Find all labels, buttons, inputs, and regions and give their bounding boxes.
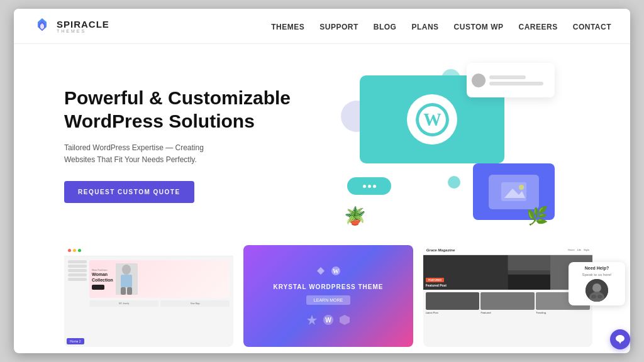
chat-dot-2	[368, 185, 371, 188]
nav-item-blog[interactable]: BLOG	[374, 21, 397, 32]
text-lines	[489, 75, 550, 85]
chat-dot-3	[373, 185, 376, 188]
hero-title: Powerful & Customizable WordPress Soluti…	[64, 86, 303, 133]
ohshop-main: New Fashion WomanCollection	[89, 260, 230, 307]
chat-icon	[615, 334, 625, 344]
chat-bubble	[347, 177, 391, 195]
svg-rect-12	[121, 287, 126, 295]
logo[interactable]: SPIRACLE THEMES	[33, 17, 109, 36]
nav-item-careers[interactable]: CAREERS	[519, 21, 558, 32]
svg-point-28	[597, 295, 602, 299]
krystal-badge-1	[306, 314, 318, 326]
svg-point-25	[592, 283, 601, 292]
nav-item-custom-wp[interactable]: CUSTOM WP	[454, 21, 504, 32]
svg-rect-11	[121, 275, 132, 287]
svg-point-8	[519, 185, 524, 190]
plant-right-icon: 🌿	[526, 206, 548, 226]
mountain-icon	[501, 182, 526, 201]
krystal-title: KRYSTAL WORDPRESS THEME	[273, 283, 383, 290]
sidebar-item-5	[68, 278, 87, 281]
ohshop-sidebar	[68, 260, 87, 307]
grace-featured: FEATURED Featured Post	[423, 255, 592, 290]
grace-col-1: Latest Post	[426, 292, 480, 314]
krystal-badge-2: W	[322, 314, 335, 326]
grace-caption-2: Featured	[480, 311, 535, 314]
themes-section: New Fashion WomanCollection	[14, 239, 630, 353]
chat-float-button[interactable]	[610, 329, 630, 349]
logo-icon	[33, 17, 52, 36]
krystal-button[interactable]: LEARN MORE	[306, 295, 350, 305]
grace-nav-1: Home	[568, 248, 575, 251]
logo-text: SPIRACLE THEMES	[57, 19, 109, 33]
theme-card-grace[interactable]: Grace Magazine Home Life Style	[423, 245, 592, 347]
wordpress-icon: W	[415, 102, 450, 137]
theme-card-ohshop-inner: New Fashion WomanCollection	[64, 245, 233, 347]
krystal-full: W KRYSTAL WORDPRESS THEME LEARN MORE W	[243, 245, 413, 347]
sidebar-item-3	[68, 269, 87, 272]
navbar: SPIRACLE THEMES THEMES SUPPORT BLOG PLAN…	[14, 9, 630, 44]
nav-item-contact[interactable]: CONTACT	[573, 21, 611, 32]
main-content: Powerful & Customizable WordPress Soluti…	[14, 44, 630, 353]
ohshop-footer: HIC Jewelry Store Bags	[89, 300, 230, 307]
wp-illustration: W	[341, 63, 555, 226]
help-widget[interactable]: Need Help? Speak to us here!	[569, 262, 625, 305]
nav-item-themes[interactable]: THEMES	[271, 21, 304, 32]
grace-img-2	[480, 292, 535, 310]
chat-dot-1	[363, 185, 366, 188]
help-widget-subtitle: Speak to us here!	[582, 273, 611, 277]
text-line-long	[489, 82, 543, 85]
grace-featured-image	[423, 255, 592, 290]
ohshop-tag-1: HIC Jewelry	[89, 300, 158, 307]
svg-rect-13	[127, 287, 132, 295]
hero-illustration: W	[303, 57, 592, 233]
home-badge: Home 2	[67, 338, 84, 344]
ohshop-body: New Fashion WomanCollection	[64, 256, 233, 310]
grace-nav: Home Life Style	[568, 248, 589, 251]
hero-section: Powerful & Customizable WordPress Soluti…	[14, 44, 630, 239]
decor-circle-3	[448, 176, 460, 189]
brand-name: SPIRACLE	[57, 19, 109, 29]
wp-logo-circle: W	[407, 94, 457, 145]
sidebar-item-2	[68, 265, 87, 268]
nav-links: THEMES SUPPORT BLOG PLANS CUSTOM WP CARE…	[271, 21, 611, 32]
grace-grid: Latest Post Featured Trending	[423, 290, 592, 317]
theme-card-krystal[interactable]: W KRYSTAL WORDPRESS THEME LEARN MORE W	[243, 245, 413, 347]
text-line-short	[489, 75, 526, 79]
svg-point-27	[591, 295, 596, 299]
float-card-top	[467, 63, 555, 97]
theme-card-ohshop[interactable]: New Fashion WomanCollection	[64, 245, 233, 347]
dot-red	[68, 249, 71, 252]
grace-inner: Grace Magazine Home Life Style	[423, 245, 592, 347]
svg-marker-18	[340, 315, 350, 325]
grace-caption-3: Trending	[536, 311, 590, 314]
krystal-badge-3	[338, 314, 351, 326]
brand-sub: THEMES	[57, 29, 109, 33]
avatar-icon	[586, 279, 608, 302]
svg-rect-23	[508, 275, 550, 290]
dot-yellow	[73, 249, 76, 252]
ohshop-browser-bar	[64, 245, 233, 256]
browser-window: SPIRACLE THEMES THEMES SUPPORT BLOG PLAN…	[14, 9, 630, 353]
svg-text:W: W	[333, 268, 339, 275]
avatar-icon	[472, 74, 486, 87]
sidebar-item-1	[68, 260, 87, 263]
nav-item-plans[interactable]: PLANS	[411, 21, 438, 32]
hero-subtitle: Tailored WordPress Expertise — Creating …	[64, 142, 234, 166]
ohshop-model-image	[116, 263, 138, 295]
grace-img-1	[426, 292, 480, 310]
grace-nav-2: Life	[577, 248, 581, 251]
ohshop-tag-2: Store Bags	[160, 300, 230, 307]
dot-green	[78, 249, 81, 252]
grace-post-title: Featured Post	[426, 283, 447, 288]
krystal-wp-icon: W	[331, 266, 341, 276]
hero-text: Powerful & Customizable WordPress Soluti…	[64, 86, 303, 203]
grace-badge: FEATURED	[426, 278, 444, 282]
model-silhouette	[116, 263, 138, 295]
cta-button[interactable]: REQUEST CUSTOM QUOTE	[64, 181, 194, 203]
plant-left-icon: 🪴	[344, 206, 366, 226]
grace-header: Grace Magazine Home Life Style	[423, 245, 592, 255]
grace-col-2: Featured	[480, 292, 535, 314]
nav-item-support[interactable]: SUPPORT	[319, 21, 358, 32]
ohshop-hero: New Fashion WomanCollection	[89, 260, 230, 298]
svg-point-10	[122, 265, 131, 275]
